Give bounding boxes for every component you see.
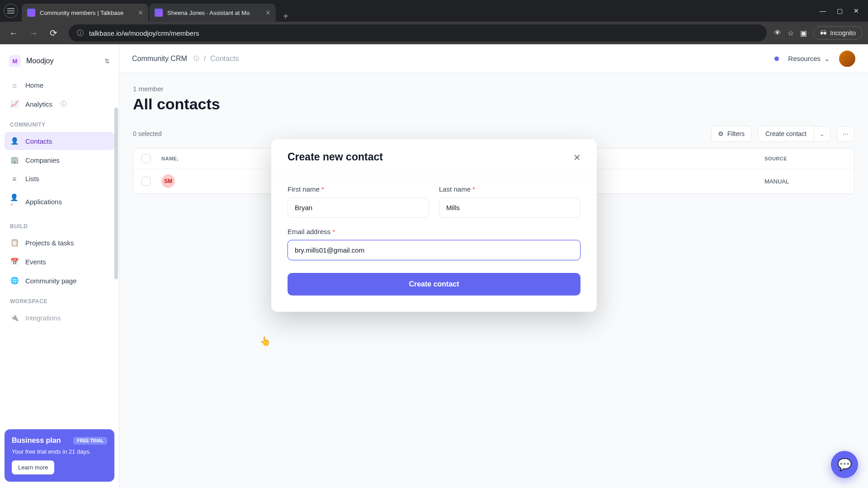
panel-icon[interactable]: ▣ bbox=[800, 29, 807, 38]
create-contact-modal: Create new contact × First name * bbox=[271, 139, 597, 312]
browser-menu-button[interactable] bbox=[4, 4, 18, 18]
chat-icon: 💬 bbox=[837, 458, 852, 472]
incognito-icon: 🕶 bbox=[820, 29, 826, 37]
reload-button[interactable]: ⟳ bbox=[45, 25, 61, 41]
new-tab-button[interactable]: + bbox=[277, 11, 295, 22]
favicon-icon bbox=[27, 9, 35, 17]
email-label: Email address * bbox=[288, 228, 580, 235]
modal-close-button[interactable]: × bbox=[574, 151, 580, 163]
site-info-icon[interactable]: ⓘ bbox=[77, 29, 84, 38]
close-icon[interactable]: × bbox=[138, 8, 143, 18]
url-bar[interactable]: ⓘ talkbase.io/w/moodjoy/crm/members bbox=[69, 24, 767, 42]
last-name-label: Last name * bbox=[439, 185, 580, 193]
required-asterisk: * bbox=[321, 185, 324, 193]
last-name-input[interactable] bbox=[439, 197, 580, 218]
close-icon[interactable]: × bbox=[265, 8, 270, 18]
bookmark-icon[interactable]: ☆ bbox=[788, 29, 794, 38]
url-text: talkbase.io/w/moodjoy/crm/members bbox=[89, 29, 199, 37]
back-button[interactable]: ← bbox=[5, 25, 22, 41]
label-text: First name bbox=[288, 185, 320, 193]
close-icon: × bbox=[574, 150, 580, 164]
tab-strip: Community members | Talkbase × Sheena Jo… bbox=[22, 0, 814, 22]
modal-title: Create new contact bbox=[288, 151, 383, 163]
label-text: Last name bbox=[439, 185, 471, 193]
tab-1[interactable]: Community members | Talkbase × bbox=[22, 4, 148, 22]
maximize-icon[interactable]: ▢ bbox=[837, 7, 843, 14]
create-contact-submit-button[interactable]: Create contact bbox=[288, 273, 580, 296]
required-asterisk: * bbox=[472, 185, 475, 193]
chat-fab[interactable]: 💬 bbox=[831, 451, 858, 478]
browser-tab-bar: Community members | Talkbase × Sheena Jo… bbox=[0, 0, 868, 22]
browser-toolbar: ← → ⟳ ⓘ talkbase.io/w/moodjoy/crm/member… bbox=[0, 22, 868, 44]
forward-button[interactable]: → bbox=[25, 25, 42, 41]
app-root: M Moodjoy ⇅ ⌂ Home 📈 Analytics ⓘ COMMUNI… bbox=[0, 44, 868, 488]
tab-title: Sheena Jones · Assistant at Mo bbox=[167, 9, 262, 16]
close-window-icon[interactable]: ✕ bbox=[854, 7, 859, 14]
eye-off-icon[interactable]: 👁 bbox=[774, 29, 781, 37]
minimize-icon[interactable]: — bbox=[820, 7, 826, 14]
tab-2[interactable]: Sheena Jones · Assistant at Mo × bbox=[149, 4, 276, 22]
favicon-icon bbox=[155, 9, 163, 17]
incognito-badge[interactable]: 🕶 Incognito bbox=[813, 26, 863, 40]
modal-overlay: Create new contact × First name * bbox=[0, 44, 868, 488]
required-asterisk: * bbox=[332, 228, 335, 235]
first-name-input[interactable] bbox=[288, 197, 429, 218]
email-input[interactable] bbox=[288, 240, 580, 260]
first-name-label: First name * bbox=[288, 185, 429, 193]
window-controls: — ▢ ✕ bbox=[814, 7, 864, 14]
incognito-label: Incognito bbox=[830, 29, 856, 37]
label-text: Email address bbox=[288, 228, 330, 235]
tab-title: Community members | Talkbase bbox=[40, 9, 134, 16]
